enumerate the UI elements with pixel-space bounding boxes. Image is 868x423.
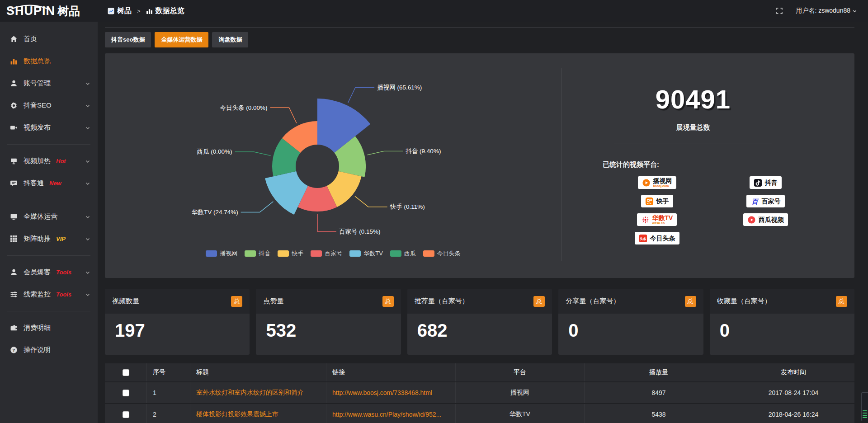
sidebar-item-label: 首页 bbox=[24, 35, 37, 43]
legend-item-3[interactable]: 百家号 bbox=[311, 249, 342, 258]
sidebar-item-badge: Tools bbox=[56, 269, 71, 276]
xigua-icon bbox=[747, 216, 756, 224]
chevron-down-icon bbox=[85, 214, 90, 220]
video-title-link[interactable]: 室外水纹灯和室内水纹灯的区别和简介 bbox=[196, 389, 304, 397]
header-plays: 播放量 bbox=[585, 363, 733, 381]
platform-badge-4: 华数TVwasu.cn bbox=[637, 213, 677, 226]
user-icon bbox=[10, 80, 18, 87]
chevron-down-icon[interactable] bbox=[852, 9, 857, 14]
legend-item-1[interactable]: 抖音 bbox=[245, 249, 270, 258]
breadcrumb-root-label: 树品 bbox=[117, 6, 132, 16]
wasu-icon bbox=[641, 216, 650, 224]
row-checkbox[interactable] bbox=[123, 390, 129, 396]
chat-icon bbox=[10, 179, 18, 187]
sidebar-item-douketong[interactable]: 抖客通New bbox=[0, 172, 98, 194]
wallet-icon bbox=[10, 324, 18, 332]
platform-name: 今日头条 bbox=[650, 235, 675, 241]
legend-label: 今日头条 bbox=[437, 249, 461, 258]
video-url-link[interactable]: http://www.wasu.cn/Play/show/id/952... bbox=[332, 411, 441, 418]
chevron-down-icon bbox=[85, 270, 90, 275]
legend-item-4[interactable]: 华数TV bbox=[349, 249, 383, 258]
legend-item-2[interactable]: 快手 bbox=[278, 249, 303, 258]
pie-label: 今日头条 (0.00%) bbox=[220, 104, 267, 111]
header-platform: 平台 bbox=[456, 363, 585, 381]
sidebar-item-heat[interactable]: 视频加热Hot bbox=[0, 150, 98, 172]
legend-swatch bbox=[390, 250, 401, 257]
tab-2[interactable]: 询盘数据 bbox=[212, 32, 248, 47]
sidebar-item-badge: VIP bbox=[56, 235, 66, 242]
sidebar-item-label: 操作说明 bbox=[24, 346, 51, 354]
rose-pie-chart[interactable]: 播视网 (65.61%)抖音 (9.40%)快手 (0.11%)百家号 (0.1… bbox=[105, 53, 561, 278]
sidebar-item-label: 账号管理 bbox=[24, 79, 51, 88]
fullscreen-icon[interactable] bbox=[776, 7, 783, 14]
header-time: 发布时间 bbox=[733, 363, 854, 381]
cell-plays: 8497 bbox=[585, 382, 733, 403]
tab-1[interactable]: 全媒体运营数据 bbox=[155, 32, 208, 47]
stat-label: 视频数量 bbox=[112, 297, 231, 306]
breadcrumb-separator: > bbox=[137, 8, 141, 14]
sidebar-item-label: 矩阵助推 bbox=[24, 235, 51, 243]
username[interactable]: 用户名: zswodun88 bbox=[796, 7, 850, 15]
legend-item-0[interactable]: 播视网 bbox=[206, 249, 237, 258]
sidebar-item-home[interactable]: 首页 bbox=[0, 28, 98, 50]
sidebar-item-matrix[interactable]: 矩阵助推VIP bbox=[0, 228, 98, 250]
legend-item-5[interactable]: 西瓜 bbox=[390, 249, 416, 258]
stat-total-badge: 总 bbox=[685, 296, 696, 307]
app-logo[interactable]: SHUPIN 树品 bbox=[0, 4, 98, 19]
header-checkbox-cell bbox=[105, 363, 147, 381]
cell-platform: 播视网 bbox=[456, 382, 585, 403]
sidebar-item-members[interactable]: 会员爆客Tools bbox=[0, 261, 98, 283]
video-url-link[interactable]: http://www.boosj.com/7338468.html bbox=[332, 389, 432, 396]
row-checkbox[interactable] bbox=[123, 411, 129, 418]
stat-card-1: 点赞量总532 bbox=[256, 289, 401, 355]
boosj-icon bbox=[642, 179, 651, 187]
legend-label: 西瓜 bbox=[404, 249, 416, 258]
user-area: 用户名: zswodun88 bbox=[776, 7, 868, 15]
stat-card-3: 分享量（百家号）总0 bbox=[558, 289, 703, 355]
sidebar-item-label: 数据总览 bbox=[24, 57, 51, 66]
stat-total-badge: 总 bbox=[382, 296, 394, 307]
tab-0[interactable]: 抖音seo数据 bbox=[105, 32, 151, 47]
legend-swatch bbox=[206, 250, 217, 257]
pie-slice-0[interactable] bbox=[317, 99, 370, 153]
sidebar-item-overview[interactable]: 数据总览 bbox=[0, 50, 98, 72]
header-divider bbox=[105, 27, 854, 28]
sidebar-item-label: 全媒体运营 bbox=[24, 212, 57, 221]
pie-label: 快手 (0.11%) bbox=[390, 203, 425, 210]
bars-icon bbox=[10, 57, 18, 65]
question-icon: ? bbox=[10, 346, 18, 354]
sidebar-item-billing[interactable]: 消费明细 bbox=[0, 317, 98, 339]
chevron-down-icon bbox=[85, 125, 90, 131]
cell-time: 2018-04-26 16:24 bbox=[733, 404, 854, 423]
stat-value: 532 bbox=[256, 314, 401, 341]
legend-item-6[interactable]: 今日头条 bbox=[423, 249, 461, 258]
sidebar-item-media-ops[interactable]: 全媒体运营 bbox=[0, 206, 98, 228]
sidebar-divider bbox=[7, 311, 90, 311]
floating-widget[interactable] bbox=[861, 392, 868, 421]
pie-label: 抖音 (9.40%) bbox=[406, 148, 441, 155]
sidebar-item-leads[interactable]: 线索监控Tools bbox=[0, 283, 98, 306]
sidebar-item-accounts[interactable]: 账号管理 bbox=[0, 72, 98, 94]
platform-name: 播视网 bbox=[653, 178, 672, 184]
sidebar-divider bbox=[7, 144, 90, 145]
sidebar-item-douyin-seo[interactable]: 抖音SEO bbox=[0, 94, 98, 117]
sidebar-item-publish[interactable]: 视频发布 bbox=[0, 117, 98, 139]
cell-plays: 5438 bbox=[585, 404, 733, 423]
video-icon bbox=[10, 124, 18, 132]
logo-arc-icon bbox=[5, 4, 55, 10]
breadcrumb-current[interactable]: 数据总览 bbox=[146, 6, 184, 16]
select-all-checkbox[interactable] bbox=[123, 369, 129, 376]
pie-label-line bbox=[367, 151, 403, 155]
breadcrumb-root[interactable]: 树品 bbox=[108, 6, 132, 16]
stat-card-4: 收藏量（百家号）总0 bbox=[710, 289, 854, 355]
sidebar-item-help[interactable]: ?操作说明 bbox=[0, 339, 98, 361]
pie-label-line bbox=[348, 87, 374, 103]
sidebar-item-label: 抖音SEO bbox=[24, 101, 52, 110]
grid-icon bbox=[10, 235, 18, 243]
table-header-row: 序号标题链接平台播放量发布时间 bbox=[105, 363, 854, 381]
legend-swatch bbox=[311, 250, 322, 257]
legend-swatch bbox=[245, 250, 256, 257]
video-title-link[interactable]: 楼体投影灯投影效果震撼上市 bbox=[196, 410, 278, 418]
monitor-icon bbox=[10, 213, 18, 221]
cell-link: http://www.wasu.cn/Play/show/id/952... bbox=[326, 404, 456, 423]
